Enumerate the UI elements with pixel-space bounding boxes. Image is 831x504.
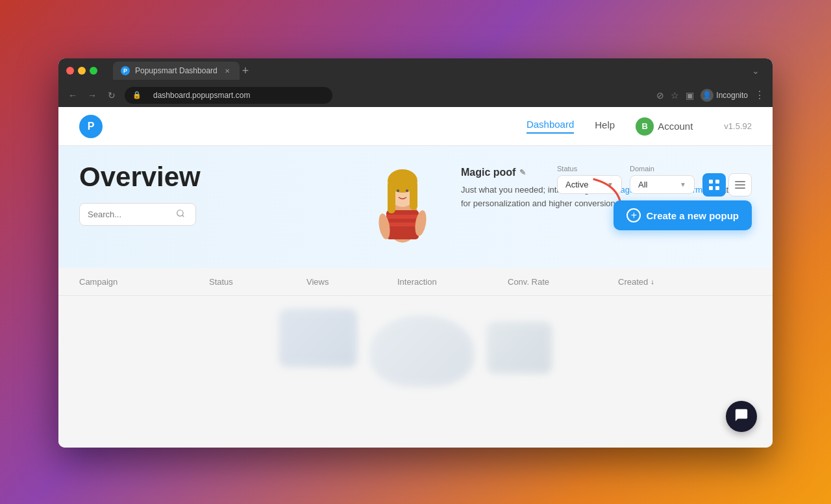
chat-icon	[734, 408, 749, 426]
col-views: Views	[306, 276, 397, 287]
new-tab-button[interactable]: +	[242, 64, 249, 78]
col-created[interactable]: Created ↓	[618, 276, 722, 287]
browser-menu-icon[interactable]: ⋮	[754, 89, 765, 101]
close-button[interactable]	[66, 67, 74, 75]
character-svg	[370, 162, 435, 252]
browser-right-icons: ⊘ ☆ ▣ 👤 Incognito ⋮	[656, 89, 765, 102]
view-toggle	[702, 173, 752, 197]
create-popup-label: Create a new popup	[646, 210, 739, 221]
tab-title: Popupsmart Dashboard	[135, 66, 217, 75]
nav-account[interactable]: B Account	[636, 117, 693, 136]
table-header: Campaign Status Views Interaction Conv. …	[58, 268, 773, 296]
minimize-button[interactable]	[78, 67, 86, 75]
browser-window: P Popupsmart Dashboard ✕ + ⌄ ← → ↻ 🔒	[58, 58, 773, 448]
incognito-indicator: 👤 Incognito	[701, 89, 748, 102]
reload-button[interactable]: ↻	[105, 90, 118, 101]
svg-rect-16	[715, 186, 719, 190]
col-interaction: Interaction	[397, 276, 508, 287]
app-main: Overview	[58, 146, 773, 400]
traffic-lights	[66, 67, 97, 75]
svg-point-10	[406, 189, 408, 192]
account-avatar: B	[636, 117, 654, 136]
sort-icon: ↓	[651, 278, 654, 285]
col-campaign: Campaign	[79, 276, 209, 287]
forward-button[interactable]: →	[86, 90, 99, 101]
nav-help[interactable]: Help	[595, 119, 615, 133]
list-view-button[interactable]	[728, 173, 752, 197]
search-icon	[176, 209, 185, 220]
account-label: Account	[658, 121, 693, 132]
browser-chrome: P Popupsmart Dashboard ✕ + ⌄ ← → ↻ 🔒	[58, 58, 773, 107]
empty-state	[58, 296, 773, 400]
desktop: P Popupsmart Dashboard ✕ + ⌄ ← → ↻ 🔒	[0, 0, 831, 504]
svg-rect-13	[709, 180, 713, 184]
banner-character	[370, 162, 448, 252]
back-button[interactable]: ←	[66, 90, 79, 101]
app-version: v1.5.92	[724, 121, 752, 131]
chevron-down-icon-2: ▼	[680, 181, 686, 188]
svg-rect-3	[386, 215, 419, 219]
svg-point-9	[397, 189, 399, 192]
app-logo: P	[79, 115, 103, 138]
browser-addressbar: ← → ↻ 🔒 ⊘ ☆ ▣ 👤 Incognito ⋮	[58, 83, 773, 107]
domain-label: Domain	[630, 165, 695, 173]
browser-titlebar: P Popupsmart Dashboard ✕ + ⌄	[58, 58, 773, 83]
col-status: Status	[209, 276, 306, 287]
app-content: P Dashboard Help B Account v1.5.92	[58, 107, 773, 448]
search-box[interactable]	[79, 203, 196, 226]
banner-section: Overview	[58, 146, 773, 268]
grid-icon	[709, 180, 719, 190]
plus-icon: +	[626, 208, 641, 222]
svg-rect-14	[715, 180, 719, 184]
extension-icon: ⊘	[656, 90, 664, 101]
search-input[interactable]	[88, 210, 172, 219]
grid-view-button[interactable]	[702, 173, 726, 197]
domain-select[interactable]: All ▼	[630, 175, 695, 194]
create-popup-button[interactable]: + Create a new popup	[614, 200, 752, 230]
svg-rect-15	[709, 186, 713, 190]
app-header: P Dashboard Help B Account v1.5.92	[58, 107, 773, 146]
maximize-button[interactable]	[90, 67, 97, 75]
browser-tabs: P Popupsmart Dashboard ✕ + ⌄	[113, 62, 765, 80]
split-view-icon[interactable]: ▣	[686, 90, 694, 101]
edit-icon: ✎	[519, 168, 526, 177]
svg-point-0	[177, 210, 183, 216]
chat-widget[interactable]	[726, 401, 757, 432]
svg-rect-7	[388, 181, 395, 213]
tab-menu-icon[interactable]: ⌄	[752, 66, 760, 76]
app-nav: Dashboard Help B Account v1.5.92	[527, 117, 752, 136]
svg-rect-8	[410, 181, 417, 210]
tab-favicon: P	[121, 66, 130, 75]
svg-rect-4	[386, 222, 419, 226]
list-icon	[735, 180, 745, 190]
banner-left: Overview	[79, 162, 370, 226]
svg-rect-18	[735, 184, 745, 186]
domain-value: All	[638, 180, 647, 189]
svg-rect-17	[735, 181, 745, 182]
account-icon: 👤	[701, 89, 713, 102]
page-title: Overview	[79, 162, 370, 193]
domain-filter-group: Domain All ▼	[630, 165, 695, 194]
nav-dashboard[interactable]: Dashboard	[527, 119, 574, 134]
tab-close-button[interactable]: ✕	[223, 66, 232, 75]
address-bar[interactable]	[145, 87, 325, 104]
bookmark-icon[interactable]: ☆	[671, 90, 679, 101]
lock-icon: 🔒	[132, 91, 142, 99]
browser-tab[interactable]: P Popupsmart Dashboard ✕	[113, 62, 240, 80]
svg-rect-19	[735, 187, 745, 189]
col-convrate: Conv. Rate	[508, 276, 618, 287]
